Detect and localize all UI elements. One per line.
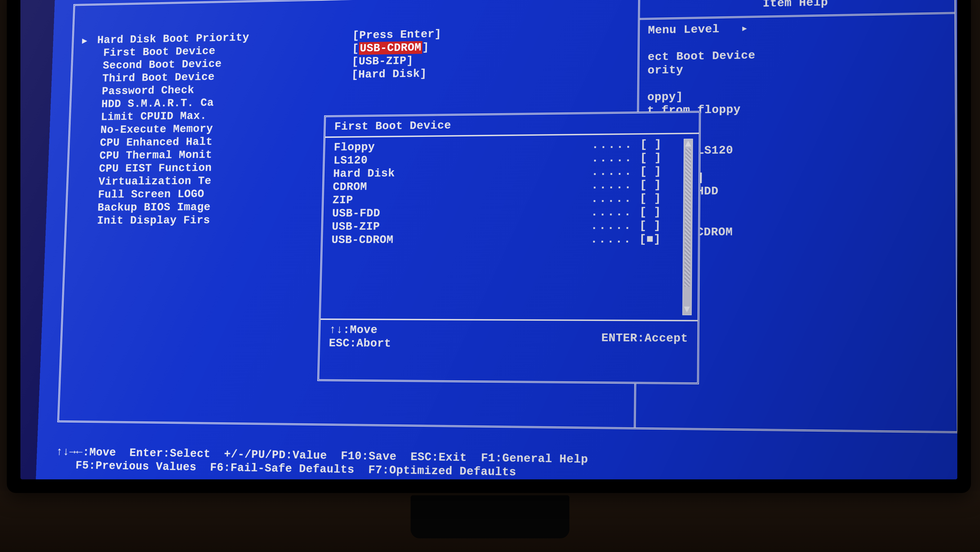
monitor-bezel: 2008 Award Software Advanced BIOS Featur… [7, 0, 971, 493]
popup-option-name: CDROM [333, 180, 367, 194]
popup-option-name: USB-ZIP [332, 220, 380, 233]
monitor-stand [410, 495, 570, 538]
popup-option-name: USB-CDROM [331, 233, 394, 246]
popup-footer: ↑↓:Move ESC:Abort ENTER:Accept [320, 320, 698, 356]
popup-option-name: Hard Disk [333, 167, 395, 180]
popup-option-state: ..... [ ] [592, 164, 662, 179]
popup-title: First Boot Device [325, 113, 699, 138]
setting-value[interactable]: [USB-ZIP] [352, 54, 414, 68]
bios-main-frame: Hard Disk Boot Priority[Press Enter] Fir… [57, 0, 957, 433]
popup-option-list: Floppy..... [ ]LS120..... [ ]Hard Disk..… [321, 134, 699, 321]
popup-option-name: LS120 [334, 154, 368, 167]
popup-hint-abort: ESC:Abort [329, 337, 391, 350]
popup-option[interactable]: ZIP..... [ ] [332, 191, 689, 207]
scrollbar-track [684, 148, 691, 287]
popup-option-state: ..... [ ] [591, 205, 661, 219]
popup-option[interactable]: USB-ZIP..... [ ] [332, 219, 689, 234]
setting-label: CPU EIST Function [73, 160, 350, 175]
scroll-down-icon[interactable]: ▼ [684, 304, 690, 316]
popup-option-state: ..... [ ] [591, 191, 661, 206]
popup-hint-accept: ENTER:Accept [601, 331, 688, 345]
first-boot-device-popup: First Boot Device Floppy..... [ ]LS120..… [317, 111, 701, 384]
popup-option[interactable]: CDROM..... [ ] [333, 178, 689, 194]
photo-background: 2008 Award Software Advanced BIOS Featur… [0, 0, 980, 552]
setting-label: CPU Thermal Monit [73, 147, 350, 163]
setting-value[interactable]: [USB-CDROM] [352, 41, 430, 55]
menu-level-label: Menu Level [648, 23, 719, 37]
selection-marker-icon [82, 34, 89, 47]
bios-screen: 2008 Award Software Advanced BIOS Featur… [36, 0, 957, 479]
chevron-right-icon: ▸ [741, 22, 748, 35]
setting-label: Virtualization Te [72, 174, 349, 188]
popup-option-name: ZIP [332, 194, 353, 207]
setting-value[interactable]: [Hard Disk] [352, 67, 427, 81]
popup-option[interactable]: USB-CDROM..... [■] [331, 233, 689, 247]
setting-label: Full Screen LOGO [72, 187, 349, 201]
monitor-screen: 2008 Award Software Advanced BIOS Featur… [21, 0, 957, 479]
popup-option-state: ..... [ ] [592, 137, 662, 152]
popup-option-state: ..... [ ] [591, 178, 661, 192]
popup-option-name: USB-FDD [332, 207, 380, 220]
popup-option-state: ..... [ ] [592, 151, 662, 165]
popup-option[interactable]: Hard Disk..... [ ] [333, 164, 689, 180]
key-guide: ↑↓→←:Move Enter:Select +/-/PU/PD:Value F… [55, 445, 957, 479]
setting-label: Init Display Firs [71, 213, 348, 227]
popup-option-name: Floppy [334, 140, 375, 154]
setting-value[interactable]: [Press Enter] [352, 27, 441, 42]
popup-option-state: ..... [ ] [591, 219, 661, 233]
popup-hint-move: ↑↓:Move [329, 323, 391, 337]
setting-label: Backup BIOS Image [71, 200, 348, 214]
popup-option-state: ..... [■] [590, 233, 661, 246]
popup-scrollbar[interactable]: ▲ ▼ [682, 139, 693, 315]
popup-option[interactable]: USB-FDD..... [ ] [332, 205, 689, 220]
